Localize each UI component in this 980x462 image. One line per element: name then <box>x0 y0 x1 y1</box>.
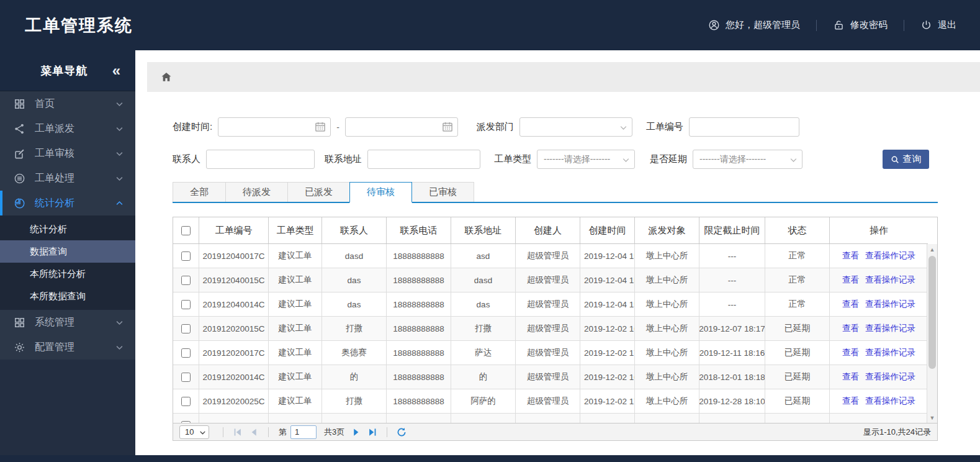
sidebar-item-home[interactable]: 首页 <box>0 91 135 116</box>
row-checkbox[interactable] <box>181 251 191 261</box>
sidebar-item-system[interactable]: 系统管理 <box>0 310 135 335</box>
greeting-item[interactable]: 您好，超级管理员 <box>708 19 800 31</box>
cell-phone: 18888888888 <box>387 292 451 316</box>
submenu-item-branch-data-query[interactable]: 本所数据查询 <box>0 285 135 307</box>
row-checkbox[interactable] <box>181 397 191 406</box>
prev-page-button[interactable] <box>248 427 259 438</box>
edit-icon <box>14 148 25 160</box>
change-password-button[interactable]: 修改密码 <box>833 19 888 31</box>
row-checkbox[interactable] <box>181 324 191 333</box>
page-number-input[interactable] <box>290 425 317 439</box>
view-log-link[interactable]: 查看操作记录 <box>865 274 915 286</box>
order-type-label: 工单类型 <box>494 153 531 165</box>
row-checkbox[interactable] <box>181 276 191 285</box>
dispatch-dept-select[interactable] <box>519 117 632 137</box>
order-type-select[interactable]: -------请选择------- <box>537 150 635 169</box>
gear-icon <box>14 342 25 353</box>
header-user-area: 您好，超级管理员 修改密码 退出 <box>708 19 980 31</box>
cell-contact: 打撒 <box>322 389 387 413</box>
view-log-link[interactable]: 查看操作记录 <box>865 250 915 261</box>
sidebar-item-review[interactable]: 工单审核 <box>0 141 135 166</box>
submenu-item-statistics[interactable]: 统计分析 <box>0 218 135 240</box>
view-link[interactable]: 查看 <box>842 323 859 334</box>
order-no-input[interactable] <box>689 117 799 137</box>
sidebar-item-statistics[interactable]: 统计分析 <box>0 191 135 215</box>
cell-deadline: 2019-12-07 18:17 <box>699 317 765 340</box>
col-header: 工单类型 <box>269 217 322 243</box>
refresh-icon[interactable] <box>396 427 407 438</box>
view-log-link[interactable]: 查看操作记录 <box>865 371 915 383</box>
col-header: 状态 <box>765 217 830 243</box>
address-input[interactable] <box>367 150 480 169</box>
top-header: 工单管理系统 您好，超级管理员 修改密码 退出 <box>0 0 980 50</box>
cell-phone: 18888888888 <box>387 244 451 268</box>
logout-button[interactable]: 退出 <box>920 19 956 31</box>
cell-contact: 的 <box>322 365 387 389</box>
create-time-label: 创建时间: <box>173 121 212 133</box>
row-checkbox[interactable] <box>181 373 191 382</box>
cell-deadline: --- <box>699 292 765 316</box>
user-icon <box>708 19 720 31</box>
sidebar-item-process[interactable]: 工单处理 <box>0 166 135 191</box>
view-log-link[interactable]: 查看操作记录 <box>865 396 915 407</box>
header-separator <box>816 20 817 31</box>
scroll-down-arrow[interactable]: ▼ <box>927 412 937 423</box>
sidebar-item-dispatch[interactable]: 工单派发 <box>0 116 135 141</box>
create-time-start-input[interactable] <box>218 117 331 137</box>
last-page-button[interactable] <box>367 427 378 438</box>
search-button[interactable]: 查询 <box>883 150 929 169</box>
status-badge: 已延期 <box>765 365 830 389</box>
home-icon[interactable] <box>160 71 173 83</box>
contact-input[interactable] <box>206 150 315 169</box>
view-log-link[interactable]: 查看操作记录 <box>865 323 915 334</box>
view-link[interactable]: 查看 <box>842 299 859 310</box>
view-log-link[interactable]: 查看操作记录 <box>865 299 915 310</box>
submenu-item-branch-statistics[interactable]: 本所统计分析 <box>0 263 135 285</box>
breadcrumb <box>147 62 980 92</box>
row-checkbox[interactable] <box>181 421 191 424</box>
cell-address: 打撒 <box>451 317 516 340</box>
sidebar-collapse-button[interactable]: « <box>112 63 135 78</box>
cell-contact: das <box>322 292 387 316</box>
cell-creator: 超级管理员 <box>516 341 580 365</box>
page-size-select[interactable]: 10 <box>179 425 209 439</box>
tab-reviewed[interactable]: 已审核 <box>411 182 474 202</box>
vertical-scrollbar[interactable]: ▲ ▼ <box>927 244 937 423</box>
first-page-button[interactable] <box>232 427 243 438</box>
tab-to-dispatch[interactable]: 待派发 <box>225 182 288 202</box>
cell-created: 2019-12-04 15 <box>580 292 635 316</box>
next-page-button[interactable] <box>351 427 362 438</box>
status-badge: 正常 <box>765 244 830 268</box>
sidebar-menu: 首页 工单派发 工单审核 工单处理 <box>0 91 135 360</box>
cell-deadline: 2019-12-11 18:16 <box>699 341 765 365</box>
greeting-label: 您好，超级管理员 <box>726 19 800 31</box>
col-header: 联系人 <box>322 217 387 243</box>
search-button-label: 查询 <box>903 153 922 165</box>
col-header: 创建人 <box>516 217 580 243</box>
tab-to-review[interactable]: 待审核 <box>349 182 412 203</box>
sidebar-item-config[interactable]: 配置管理 <box>0 335 135 360</box>
row-checkbox[interactable] <box>181 300 191 309</box>
create-time-end-input[interactable] <box>345 117 458 137</box>
cell-contact: 奥德赛 <box>322 341 387 365</box>
sidebar-item-label: 工单派发 <box>35 122 115 135</box>
view-log-link[interactable]: 查看操作记录 <box>865 347 915 358</box>
chevron-down-icon <box>199 428 207 437</box>
view-link[interactable]: 查看 <box>842 396 859 407</box>
tab-all[interactable]: 全部 <box>173 182 226 202</box>
view-link[interactable]: 查看 <box>842 274 859 286</box>
view-link[interactable]: 查看 <box>842 371 859 383</box>
tab-dispatched[interactable]: 已派发 <box>287 182 350 202</box>
row-checkbox[interactable] <box>181 348 191 358</box>
view-link[interactable]: 查看 <box>842 250 859 261</box>
power-icon <box>920 19 932 31</box>
select-all-checkbox[interactable] <box>181 226 191 235</box>
submenu-item-data-query[interactable]: 数据查询 <box>0 240 135 263</box>
status-badge: 已延期 <box>765 341 830 365</box>
scrollbar-thumb[interactable] <box>928 256 936 369</box>
table-row: 201912020015C 建议工单 打撒 18888888888 打撒 超级管… <box>173 317 928 341</box>
delay-select[interactable]: -------请选择------- <box>693 150 802 169</box>
create-time-start-box <box>218 117 331 137</box>
scroll-up-arrow[interactable]: ▲ <box>927 244 937 255</box>
view-link[interactable]: 查看 <box>842 347 859 358</box>
